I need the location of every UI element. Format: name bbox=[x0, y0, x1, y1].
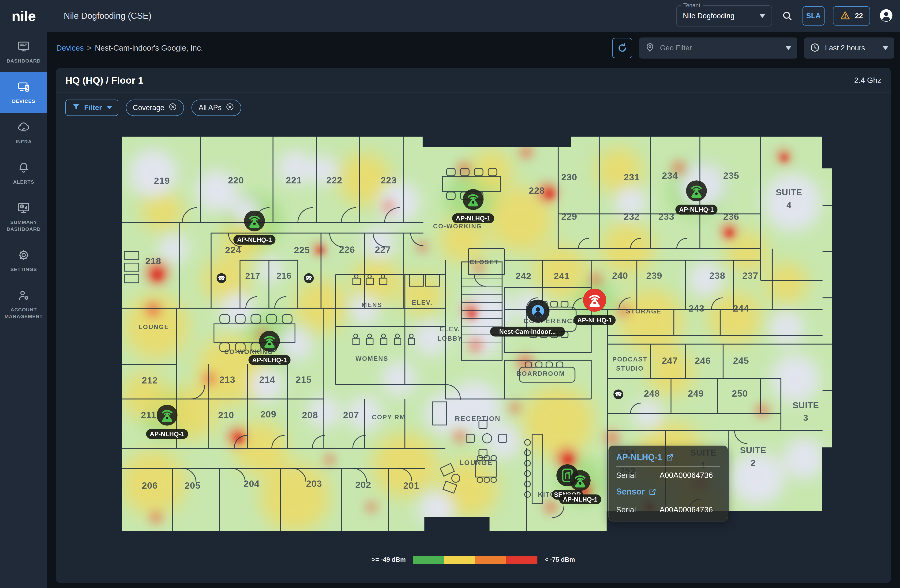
room-label: 232 bbox=[624, 211, 639, 221]
room-label: 226 bbox=[339, 244, 355, 255]
room-label: 239 bbox=[646, 270, 662, 281]
room-label: 248 bbox=[644, 388, 660, 398]
chevron-down-icon bbox=[883, 46, 888, 50]
svg-text:☎: ☎ bbox=[218, 275, 225, 282]
legend-segment bbox=[506, 556, 537, 564]
close-icon[interactable] bbox=[169, 103, 177, 113]
account-icon bbox=[17, 289, 31, 303]
device-tooltip: AP-NLHQ-1 Serial A00A00064736 Sensor Ser… bbox=[608, 446, 728, 521]
user-avatar[interactable] bbox=[879, 9, 893, 23]
sidebar-item-account-management[interactable]: ACCOUNT MANAGEMENT bbox=[0, 281, 47, 328]
room-label: RECEPTION bbox=[455, 415, 501, 422]
floorplan-panel: HQ (HQ) / Floor 1 2.4 Ghz Filter Coverag… bbox=[56, 68, 891, 583]
room-label: 244 bbox=[733, 303, 749, 313]
room-label: 243 bbox=[688, 303, 704, 313]
sidebar-item-summary-dashboard[interactable]: SUMMARY DASHBOARD bbox=[0, 193, 47, 240]
infra-icon bbox=[17, 121, 31, 135]
room-label: 2 bbox=[751, 458, 756, 468]
room-label: STORAGE bbox=[626, 308, 661, 315]
sensor-link[interactable]: Sensor bbox=[616, 487, 720, 497]
toolbar: Devices > Nest-Cam-indoor's Google, Inc.… bbox=[47, 32, 900, 64]
room-label: 214 bbox=[259, 374, 275, 385]
filter-button[interactable]: Filter bbox=[65, 99, 118, 116]
room-label: 233 bbox=[658, 211, 674, 221]
breadcrumb-devices[interactable]: Devices bbox=[56, 43, 84, 53]
room-label: 229 bbox=[561, 211, 577, 221]
settings-icon bbox=[17, 248, 31, 263]
phone-icon: ☎ bbox=[613, 389, 623, 399]
room-label: 207 bbox=[343, 410, 359, 420]
sidebar-item-label: SUMMARY DASHBOARD bbox=[2, 219, 45, 232]
room-label: 204 bbox=[244, 478, 259, 489]
room-label: ELEV. bbox=[440, 325, 460, 333]
room-label: PODCAST bbox=[613, 356, 647, 363]
location-pin-icon bbox=[645, 43, 655, 53]
legend-min-label: >= -49 dBm bbox=[372, 556, 406, 563]
room-label: 221 bbox=[286, 175, 302, 185]
sidebar-nav: DASHBOARDDEVICESINFRAALERTSSUMMARY DASHB… bbox=[0, 32, 47, 588]
breadcrumb-current: Nest-Cam-indoor's Google, Inc. bbox=[95, 43, 203, 53]
chevron-down-icon bbox=[786, 46, 791, 50]
sidebar-item-settings[interactable]: SETTINGS bbox=[0, 240, 47, 281]
sidebar-item-infra[interactable]: INFRA bbox=[0, 113, 47, 153]
room-label: CO-WORKING bbox=[433, 223, 482, 230]
sidebar-item-label: INFRA bbox=[16, 138, 32, 145]
room-label: 230 bbox=[561, 172, 577, 182]
devices-icon bbox=[17, 80, 31, 94]
svg-text:AP-NLHQ-1: AP-NLHQ-1 bbox=[237, 236, 272, 243]
app-title: Nile Dogfooding (CSE) bbox=[64, 11, 151, 21]
svg-text:Nest-Cam-indoor...: Nest-Cam-indoor... bbox=[499, 328, 556, 335]
chip-all-aps[interactable]: All APs bbox=[191, 99, 241, 116]
room-label: 219 bbox=[154, 175, 170, 186]
time-range-value: Last 2 hours bbox=[825, 44, 865, 52]
tenant-select[interactable]: Tenant Nile Dogfooding bbox=[677, 5, 772, 26]
sensor-serial-row: Serial A00A00064736 bbox=[616, 505, 720, 514]
legend-color-bar bbox=[413, 556, 537, 564]
tenant-label: Tenant bbox=[681, 2, 703, 9]
ap-link[interactable]: AP-NLHQ-1 bbox=[616, 452, 720, 462]
room-label: 205 bbox=[185, 480, 201, 491]
svg-text:AP-NLHQ-1: AP-NLHQ-1 bbox=[456, 215, 490, 222]
nile-logo[interactable]: nile bbox=[0, 8, 47, 24]
refresh-button[interactable] bbox=[612, 38, 632, 58]
room-label: LOUNGE bbox=[459, 459, 492, 466]
sidebar-item-devices[interactable]: DEVICES bbox=[0, 72, 47, 113]
sla-button[interactable]: SLA bbox=[802, 6, 824, 26]
filter-chips-row: Filter CoverageAll APs bbox=[56, 93, 891, 116]
svg-text:AP-NLHQ-1: AP-NLHQ-1 bbox=[679, 206, 714, 213]
room-label: 234 bbox=[662, 170, 678, 181]
geo-filter-select[interactable]: Geo Filter bbox=[639, 37, 798, 59]
chips-holder: CoverageAll APs bbox=[126, 99, 241, 116]
summary-icon bbox=[17, 201, 31, 216]
sidebar-item-alerts[interactable]: ALERTS bbox=[0, 153, 47, 193]
room-label: 220 bbox=[228, 175, 244, 185]
room-label: 245 bbox=[733, 355, 749, 366]
search-icon[interactable] bbox=[782, 11, 793, 21]
alerts-icon bbox=[17, 161, 31, 175]
room-label: 236 bbox=[723, 211, 739, 221]
sidebar-item-label: DASHBOARD bbox=[6, 58, 41, 64]
svg-text:AP-NLHQ-1: AP-NLHQ-1 bbox=[150, 430, 185, 438]
room-label: 208 bbox=[302, 410, 318, 420]
alert-count: 22 bbox=[855, 12, 863, 20]
close-icon[interactable] bbox=[226, 103, 234, 113]
room-label: ELEV. bbox=[412, 299, 433, 306]
time-range-select[interactable]: Last 2 hours bbox=[804, 37, 894, 59]
chip-coverage[interactable]: Coverage bbox=[126, 99, 184, 116]
phone-icon: ☎ bbox=[217, 273, 227, 283]
alerts-badge-button[interactable]: 22 bbox=[833, 6, 870, 26]
room-label: 209 bbox=[261, 409, 276, 419]
room-label: 228 bbox=[529, 185, 545, 196]
room-label: WOMENS bbox=[355, 355, 388, 362]
floor-title: HQ (HQ) / Floor 1 bbox=[65, 75, 143, 86]
room-label: 241 bbox=[554, 271, 569, 281]
svg-text:☎: ☎ bbox=[615, 391, 622, 398]
external-link-icon bbox=[666, 453, 674, 461]
room-label: STUDIO bbox=[616, 365, 644, 372]
sidebar-item-label: ACCOUNT MANAGEMENT bbox=[2, 306, 45, 320]
sidebar-item-dashboard[interactable]: DASHBOARD bbox=[0, 32, 47, 72]
clock-icon bbox=[810, 43, 820, 53]
room-label: 3 bbox=[803, 413, 808, 422]
floorplan-canvas[interactable]: 2192202212222232282302312342352292322332… bbox=[121, 136, 833, 532]
room-label: 222 bbox=[326, 175, 342, 185]
